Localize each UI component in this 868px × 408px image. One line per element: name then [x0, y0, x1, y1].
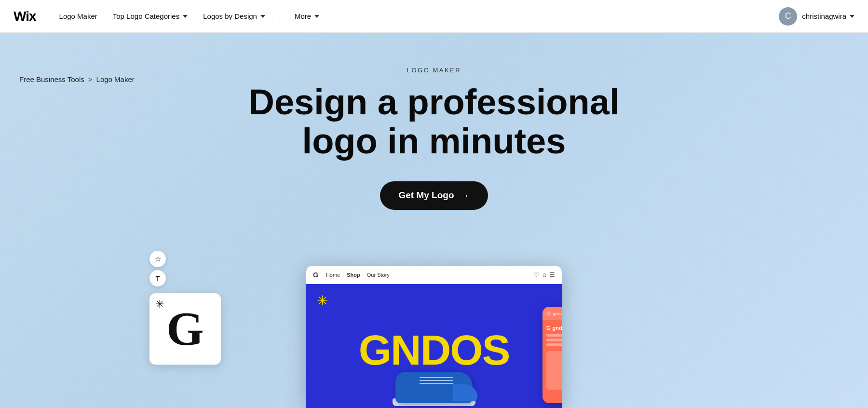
mobile-brand-name: G gndos — [546, 325, 562, 331]
username-button[interactable]: christinagwira — [802, 12, 854, 20]
type-icon-button[interactable]: T — [149, 270, 166, 286]
nav-link-logos-by-design[interactable]: Logos by Design — [197, 8, 271, 24]
browser-nav-story: Our Story — [367, 272, 390, 278]
star-icon-button[interactable]: ☆ — [149, 251, 166, 267]
nav-link-more[interactable]: More — [289, 8, 325, 24]
hero-label: LOGO MAKER — [407, 67, 461, 74]
mobile-text-line — [546, 339, 562, 341]
mobile-body: G gndos 🧥 — [542, 320, 562, 394]
preview-area: ☆ T ✳ G G Home Shop Our Story ♡ ⌂ — [217, 266, 651, 408]
lace-line — [420, 380, 453, 381]
chevron-down-icon — [850, 15, 854, 18]
lace-line — [420, 377, 453, 378]
menu-icon: ☰ — [549, 271, 555, 278]
sneaker-toe — [453, 384, 477, 401]
heart-icon: ♡ — [534, 271, 540, 278]
breadcrumb-free-tools[interactable]: Free Business Tools — [19, 75, 84, 83]
chevron-down-icon — [314, 15, 319, 18]
browser-nav-shop: Shop — [347, 272, 360, 278]
lace-line — [420, 383, 453, 384]
mobile-top-bar: gndos — [542, 307, 562, 320]
nav-right: C christinagwira — [779, 7, 854, 26]
nav-link-top-categories[interactable]: Top Logo Categories — [107, 8, 193, 24]
wix-logo[interactable]: Wix — [14, 9, 36, 24]
float-card: ☆ T ✳ G — [149, 251, 221, 365]
breadcrumb: Free Business Tools > Logo Maker — [19, 75, 135, 83]
browser-body: ✳ GNDOS — [306, 284, 562, 408]
hero-title: Design a professional logo in minutes — [249, 82, 620, 161]
mobile-close-button[interactable] — [546, 311, 551, 316]
nav-divider — [280, 9, 280, 24]
chevron-down-icon — [183, 15, 188, 18]
navbar: Wix Logo Maker Top Logo Categories Logos… — [0, 0, 868, 33]
arrow-icon: → — [460, 190, 470, 201]
hero-section: Free Business Tools > Logo Maker LOGO MA… — [0, 33, 868, 408]
mobile-text-lines — [546, 334, 562, 346]
mobile-overlay: gndos G gndos 🧥 — [542, 307, 562, 403]
mobile-top-label: gndos — [553, 312, 562, 316]
browser-mockup: G Home Shop Our Story ♡ ⌂ ☰ ✳ GNDOS — [306, 266, 562, 408]
mobile-text-line — [546, 334, 562, 337]
sneaker-laces — [420, 377, 453, 387]
browser-bar: G Home Shop Our Story ♡ ⌂ ☰ — [306, 266, 562, 284]
mobile-hoodie-image: 🧥 — [546, 351, 562, 390]
logo-tile-letter: G — [166, 305, 204, 353]
breadcrumb-separator: > — [88, 75, 93, 83]
browser-nav-home: Home — [326, 272, 340, 278]
bag-icon: ⌂ — [542, 271, 546, 278]
avatar[interactable]: C — [779, 7, 797, 26]
browser-nav: Home Shop Our Story — [326, 272, 390, 278]
get-my-logo-button[interactable]: Get My Logo → — [380, 181, 488, 210]
browser-sun-icon: ✳ — [317, 293, 328, 309]
nav-link-logo-maker[interactable]: Logo Maker — [54, 8, 103, 24]
logo-tile: ✳ G — [149, 293, 221, 365]
breadcrumb-logo-maker: Logo Maker — [96, 75, 135, 83]
mobile-text-line — [546, 343, 562, 346]
chevron-down-icon — [260, 15, 265, 18]
browser-site-logo: G — [313, 271, 318, 279]
nav-links: Logo Maker Top Logo Categories Logos by … — [54, 8, 779, 24]
browser-toolbar-icons: ♡ ⌂ ☰ — [534, 271, 555, 278]
sneaker-illustration — [386, 365, 482, 408]
logo-tile-star-icon: ✳ — [155, 298, 164, 311]
